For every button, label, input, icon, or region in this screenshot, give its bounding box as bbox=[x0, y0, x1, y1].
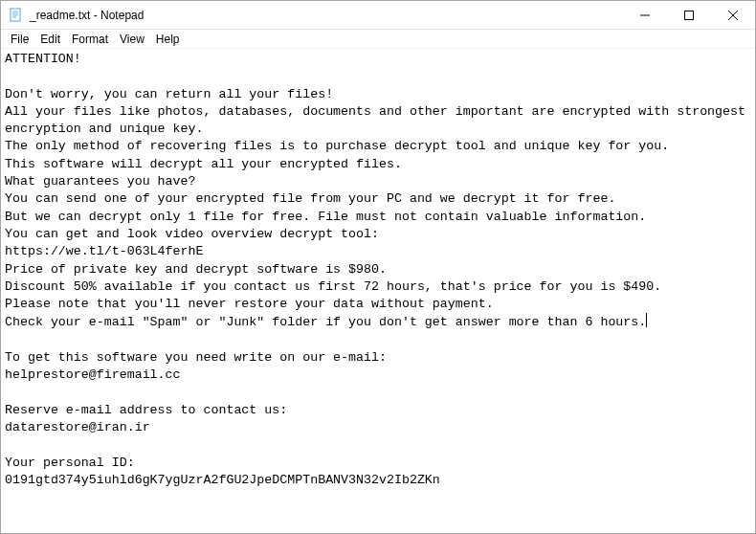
window-title: _readme.txt - Notepad bbox=[30, 9, 144, 22]
notepad-icon bbox=[9, 8, 24, 23]
text-area[interactable]: ATTENTION! Don't worry, you can return a… bbox=[1, 49, 755, 533]
menu-format[interactable]: Format bbox=[66, 32, 114, 47]
maximize-button[interactable] bbox=[667, 1, 711, 29]
text-cursor bbox=[646, 313, 647, 327]
close-button[interactable] bbox=[711, 1, 755, 29]
notepad-window: _readme.txt - Notepad File Edi bbox=[0, 0, 756, 534]
minimize-icon bbox=[640, 11, 650, 20]
titlebar-left: _readme.txt - Notepad bbox=[1, 8, 144, 23]
svg-rect-6 bbox=[685, 11, 694, 19]
menu-view[interactable]: View bbox=[114, 32, 150, 47]
menubar: File Edit Format View Help bbox=[1, 30, 755, 49]
menu-help[interactable]: Help bbox=[150, 32, 186, 47]
menu-edit[interactable]: Edit bbox=[34, 32, 66, 47]
minimize-button[interactable] bbox=[623, 1, 667, 29]
titlebar: _readme.txt - Notepad bbox=[1, 1, 755, 30]
svg-rect-0 bbox=[11, 9, 20, 21]
close-icon bbox=[728, 11, 738, 20]
document-text[interactable]: ATTENTION! Don't worry, you can return a… bbox=[5, 51, 751, 489]
window-controls bbox=[623, 1, 755, 29]
menu-file[interactable]: File bbox=[5, 32, 34, 47]
maximize-icon bbox=[684, 11, 694, 20]
